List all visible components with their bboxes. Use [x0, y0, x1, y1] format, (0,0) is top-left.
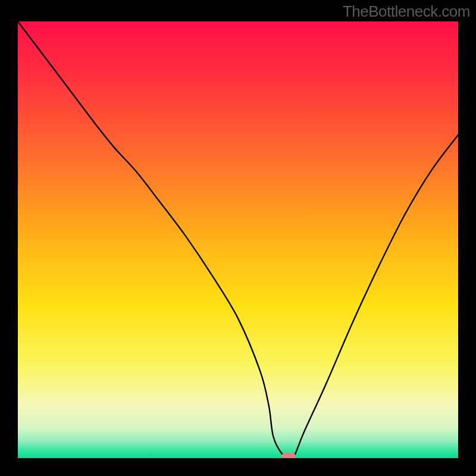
chart-plot-area	[18, 21, 458, 458]
site-watermark: TheBottleneck.com	[343, 2, 470, 21]
bottleneck-chart	[18, 21, 458, 458]
optimal-point-marker	[281, 453, 296, 458]
